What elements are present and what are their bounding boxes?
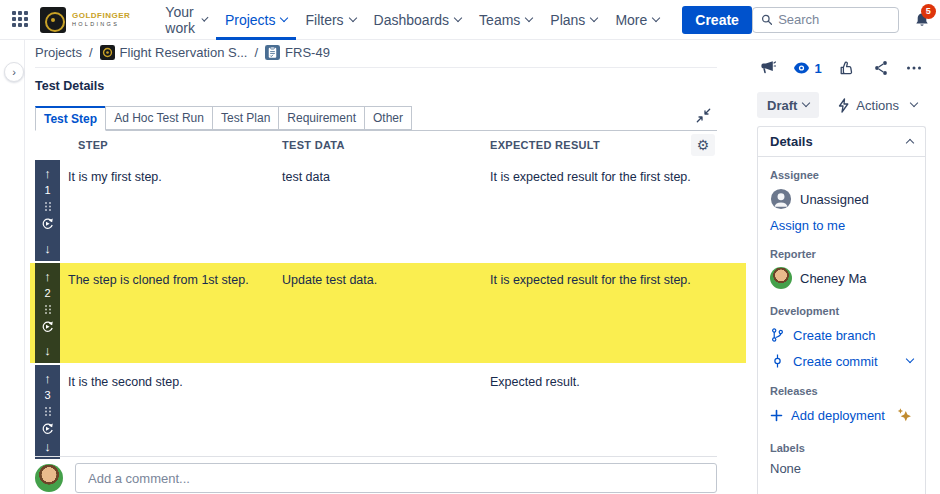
more-actions-icon[interactable]	[906, 60, 922, 76]
column-header-step: STEP	[60, 139, 282, 151]
tab-other[interactable]: Other	[364, 106, 412, 130]
breadcrumb-issue[interactable]: FRS-49	[265, 45, 330, 60]
chevron-down-icon	[280, 13, 288, 21]
step-cell[interactable]: It is the second step.	[60, 365, 282, 459]
nav-item-plans[interactable]: Plans	[541, 0, 606, 40]
step-number: 3	[44, 390, 50, 401]
move-step-up-icon[interactable]: ↑	[44, 372, 51, 385]
move-step-up-icon[interactable]: ↑	[44, 270, 51, 283]
move-step-up-icon[interactable]: ↑	[44, 167, 51, 180]
create-commit-link[interactable]: Create commit	[793, 354, 878, 369]
add-deployment-link[interactable]: Add deployment	[791, 408, 885, 423]
chevron-down-icon	[802, 99, 810, 107]
expected-result-cell[interactable]: Expected result.	[490, 365, 717, 459]
comment-input[interactable]	[75, 463, 717, 493]
nav-item-teams[interactable]: Teams	[470, 0, 541, 40]
status-dropdown[interactable]: Draft	[757, 92, 819, 118]
step-control-bar[interactable]: ↑ 3 ↓	[35, 365, 60, 459]
step-cell[interactable]: The step is cloned from 1st step.	[60, 263, 282, 363]
collapse-panel-icon[interactable]	[696, 108, 711, 123]
search-icon	[761, 13, 772, 26]
drag-handle-icon[interactable]	[42, 304, 54, 315]
nav-item-label: Your work	[165, 4, 197, 36]
expected-result-cell[interactable]: It is expected result for the first step…	[490, 263, 746, 363]
logo-emblem-icon	[40, 7, 66, 33]
reporter-value: Cheney Ma	[800, 271, 866, 286]
notifications-icon[interactable]: 5	[912, 10, 932, 30]
brand-logo[interactable]: GOLDFINGER HOLDINGS	[40, 7, 130, 33]
comment-row	[35, 463, 717, 493]
notification-badge: 5	[921, 4, 936, 19]
clone-step-icon[interactable]	[41, 422, 54, 435]
test-data-cell[interactable]: Update test data.	[282, 263, 490, 363]
logo-subtitle: HOLDINGS	[72, 21, 130, 27]
nav-item-label: Projects	[225, 12, 276, 28]
logo-title: GOLDFINGER	[72, 12, 130, 21]
breadcrumb-project[interactable]: Flight Reservation S...	[100, 45, 248, 60]
nav-item-dashboards[interactable]: Dashboards	[365, 0, 471, 40]
reporter-value-row[interactable]: Cheney Ma	[770, 267, 913, 289]
sparkles-icon	[895, 407, 913, 424]
step-cell[interactable]: It is my first step.	[60, 160, 282, 261]
step-number: 1	[44, 185, 50, 196]
test-step-row: ↑ 3 ↓ It is the second step. Expected re…	[35, 365, 717, 456]
comment-avatar	[35, 464, 63, 492]
column-header-test-data: TEST DATA	[282, 139, 490, 151]
create-commit-row[interactable]: Create commit	[770, 353, 913, 369]
details-panel-header[interactable]: Details	[758, 127, 925, 157]
watch-toggle[interactable]: 1	[793, 61, 821, 76]
lightning-bolt-icon	[837, 98, 850, 113]
table-settings-button[interactable]: ⚙	[691, 134, 715, 156]
test-data-cell[interactable]	[282, 365, 490, 459]
nav-item-filters[interactable]: Filters	[296, 0, 364, 40]
assign-to-me-link[interactable]: Assign to me	[770, 218, 845, 233]
chevron-down-icon	[910, 99, 918, 107]
clone-step-icon[interactable]	[41, 217, 54, 230]
drag-handle-icon[interactable]	[42, 406, 54, 417]
create-branch-row[interactable]: Create branch	[770, 327, 913, 343]
tab-ad-hoc-test-run[interactable]: Ad Hoc Test Run	[105, 106, 213, 130]
tab-requirement[interactable]: Requirement	[278, 106, 365, 130]
app-switcher-icon[interactable]	[12, 11, 28, 29]
test-data-cell[interactable]: test data	[282, 160, 490, 261]
step-control-bar[interactable]: ↑ 1 ↓	[35, 160, 60, 261]
assignee-value-row[interactable]: Unassigned	[770, 188, 913, 210]
tab-test-plan[interactable]: Test Plan	[212, 106, 279, 130]
vote-icon[interactable]	[839, 60, 855, 76]
nav-item-projects[interactable]: Projects	[216, 0, 297, 40]
actions-label: Actions	[856, 98, 899, 113]
feedback-icon[interactable]	[759, 60, 776, 76]
create-button[interactable]: Create	[682, 6, 752, 34]
create-branch-link[interactable]: Create branch	[793, 328, 875, 343]
actions-dropdown[interactable]: Actions	[837, 98, 917, 113]
breadcrumb-project-label: Flight Reservation S...	[120, 45, 248, 60]
expected-result-cell[interactable]: It is expected result for the first step…	[490, 160, 717, 261]
share-icon[interactable]	[873, 60, 889, 76]
development-label: Development	[770, 305, 913, 317]
step-control-bar[interactable]: ↑ 2 ↓	[35, 263, 60, 363]
chevron-down-icon	[590, 13, 598, 21]
clone-step-icon[interactable]	[41, 320, 54, 333]
move-step-down-icon[interactable]: ↓	[44, 344, 51, 357]
gear-icon: ⚙	[697, 138, 710, 152]
breadcrumb-projects[interactable]: Projects	[35, 45, 82, 60]
chevron-down-icon[interactable]	[906, 355, 914, 363]
move-step-down-icon[interactable]: ↓	[44, 440, 51, 453]
search-box[interactable]	[752, 7, 899, 33]
chevron-up-icon	[906, 139, 914, 147]
test-issue-icon	[265, 45, 280, 60]
nav-item-your-work[interactable]: Your work	[156, 0, 216, 40]
nav-item-more[interactable]: More	[606, 0, 668, 40]
main-content: Projects / Flight Reservation S... /	[35, 40, 717, 494]
nav-item-label: Dashboards	[374, 12, 450, 28]
tab-test-step[interactable]: Test Step	[35, 106, 106, 131]
sidebar-expand-button[interactable]: ›	[4, 62, 24, 82]
search-input[interactable]	[778, 12, 890, 27]
move-step-down-icon[interactable]: ↓	[44, 242, 51, 255]
labels-value[interactable]: None	[770, 461, 913, 476]
chevron-down-icon	[525, 13, 533, 21]
assignee-label: Assignee	[770, 169, 913, 181]
add-deployment-row[interactable]: Add deployment	[770, 407, 913, 424]
details-panel: Details Assignee Unassigned Assign to me…	[757, 126, 926, 494]
drag-handle-icon[interactable]	[42, 201, 54, 212]
